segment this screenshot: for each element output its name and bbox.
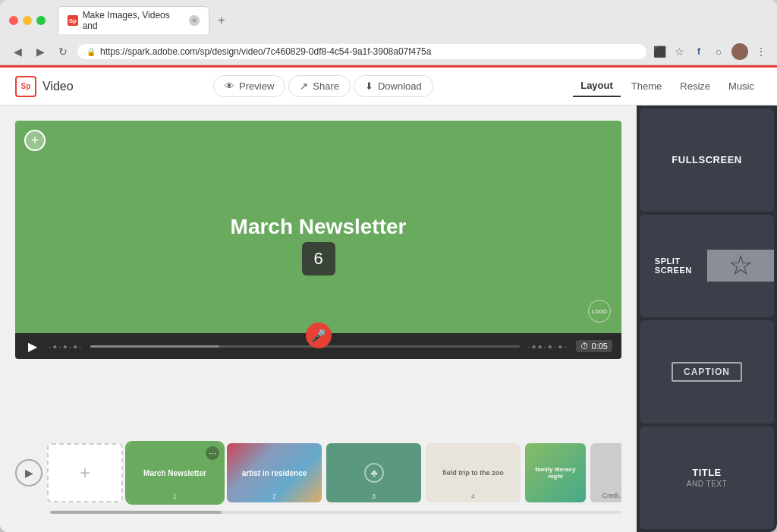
address-bar[interactable]: 🔒 https://spark.adobe.com/sp/design/vide…	[77, 44, 646, 59]
app-name: Video	[42, 80, 74, 93]
browser-chrome: Sp Make Images, Videos and × + ◀ ▶ ↻ 🔒 h…	[0, 0, 777, 65]
maximize-button[interactable]	[36, 16, 46, 25]
browser-addressbar: ◀ ▶ ↻ 🔒 https://spark.adobe.com/sp/desig…	[0, 40, 777, 65]
credit-slide[interactable]: Credi...	[590, 443, 621, 502]
add-slide-button[interactable]: +	[24, 130, 46, 151]
title-label: TITLE	[692, 467, 722, 478]
scrollbar-track[interactable]	[50, 511, 621, 514]
progress-fill	[90, 345, 219, 348]
nav-resize[interactable]: Resize	[672, 76, 718, 96]
header-nav: Layout Theme Resize Music	[573, 75, 762, 97]
bookmark-icon[interactable]: ☆	[672, 45, 686, 58]
download-icon: ⬇	[365, 80, 373, 92]
timeline-section: ▶ + March Newsletter ··· 1 artist in res	[15, 435, 621, 517]
profile-icon[interactable]: ○	[712, 45, 725, 58]
logo-watermark: LOGO	[588, 300, 611, 323]
app-body: + March Newsletter 6 LOGO ▶ -●-●-●- -●●-…	[0, 105, 777, 532]
time-value: 0:05	[592, 342, 608, 351]
logo-sp-icon: Sp	[15, 76, 36, 97]
editor-area: + March Newsletter 6 LOGO ▶ -●-●-●- -●●-…	[0, 105, 637, 532]
slide-label-1: March Newsletter	[140, 469, 209, 477]
slide-label-5: family literacy night	[525, 466, 586, 480]
url-text: https://spark.adobe.com/sp/design/video/…	[100, 46, 431, 57]
layout-split-screen[interactable]: SPLITSCREEN ☆	[640, 215, 774, 318]
layout-title-text[interactable]: TITLE AND TEXT	[640, 427, 774, 530]
slide-label-2: artist in residence	[239, 469, 310, 477]
progress-bar[interactable]	[90, 345, 520, 348]
layout-panel: FULLSCREEN SPLITSCREEN ☆ CAPTION	[637, 105, 777, 532]
header-center: 👁 Preview ↗ Share ⬇ Download	[74, 75, 574, 97]
user-avatar[interactable]	[731, 43, 748, 60]
video-play-button[interactable]: ▶	[24, 338, 41, 354]
caption-label: CAPTION	[684, 367, 730, 377]
progress-dots-right: -●●-●-●-	[527, 342, 568, 351]
share-label: Share	[313, 80, 339, 92]
menu-icon[interactable]: ⋮	[754, 45, 768, 58]
refresh-button[interactable]: ↻	[55, 43, 71, 60]
slide-thumb-3[interactable]: ♣ 3	[326, 443, 421, 502]
add-slide-thumbnail[interactable]: +	[47, 443, 123, 502]
download-label: Download	[378, 80, 422, 92]
layout-fullscreen[interactable]: FULLSCREEN	[640, 109, 774, 212]
split-left: SPLITSCREEN	[640, 250, 707, 281]
browser-titlebar: Sp Make Images, Videos and × +	[0, 0, 777, 40]
download-button[interactable]: ⬇ Download	[354, 75, 433, 97]
mic-button[interactable]: 🎤	[306, 323, 332, 348]
slide-number-1: 1	[127, 493, 222, 500]
slide-thumb-4[interactable]: field trip to the zoo 4	[426, 443, 521, 502]
nav-theme[interactable]: Theme	[624, 76, 669, 96]
tab-close-button[interactable]: ×	[189, 15, 200, 26]
traffic-lights	[9, 16, 46, 25]
video-preview: March Newsletter 6 LOGO	[15, 121, 621, 333]
preview-button[interactable]: 👁 Preview	[213, 75, 285, 97]
browser-actions: ⬛ ☆ f ○ ⋮	[653, 43, 768, 60]
new-tab-button[interactable]: +	[212, 11, 231, 30]
tab-bar: Sp Make Images, Videos and × +	[58, 6, 768, 34]
slide-thumb-2[interactable]: artist in residence 2	[227, 443, 322, 502]
timer-icon: ⏱	[580, 342, 589, 351]
nav-layout[interactable]: Layout	[573, 75, 621, 97]
browser-window: Sp Make Images, Videos and × + ◀ ▶ ↻ 🔒 h…	[0, 0, 777, 532]
nav-music[interactable]: Music	[721, 76, 762, 96]
fullscreen-label: FULLSCREEN	[672, 154, 741, 165]
star-icon: ☆	[728, 250, 753, 282]
video-title: March Newsletter	[231, 215, 407, 239]
slide-number-4: 4	[426, 493, 521, 500]
close-button[interactable]	[9, 16, 18, 25]
slide-label-4: field trip to the zoo	[439, 469, 507, 477]
back-button[interactable]: ◀	[9, 43, 26, 60]
svg-text:♣: ♣	[370, 467, 377, 479]
split-right: ☆	[707, 250, 775, 282]
app-logo: Sp Video	[15, 76, 74, 97]
forward-button[interactable]: ▶	[32, 43, 49, 60]
fb-icon[interactable]: f	[692, 45, 706, 58]
timeline-play-button[interactable]: ▶	[15, 459, 42, 486]
slide-thumb-5[interactable]: family literacy night	[525, 443, 586, 502]
share-icon: ↗	[300, 80, 308, 92]
slide-number-2: 2	[227, 493, 322, 500]
timeline: ▶ + March Newsletter ··· 1 artist in res	[15, 435, 621, 511]
time-display: ⏱ 0:05	[576, 340, 612, 352]
minimize-button[interactable]	[23, 16, 32, 25]
preview-label: Preview	[239, 80, 274, 92]
preview-icon: 👁	[225, 80, 234, 92]
slide-more-1[interactable]: ···	[206, 446, 219, 460]
caption-box: CAPTION	[672, 362, 742, 382]
credit-label: Credi...	[602, 492, 621, 499]
slide-number-3: 3	[326, 493, 421, 500]
layout-caption[interactable]: CAPTION	[640, 320, 774, 423]
share-button[interactable]: ↗ Share	[288, 75, 351, 97]
video-controls: ▶ -●-●-●- -●●-●-●- ⏱ 0:05 🎤	[15, 333, 621, 359]
cast-icon[interactable]: ⬛	[653, 45, 666, 58]
slide-thumb-1[interactable]: March Newsletter ··· 1	[127, 443, 222, 502]
tab-title: Make Images, Videos and	[83, 10, 185, 31]
tab-favicon: Sp	[68, 15, 78, 26]
and-text-label: AND TEXT	[687, 480, 727, 488]
video-preview-container: + March Newsletter 6 LOGO ▶ -●-●-●- -●●-…	[15, 121, 621, 423]
app-header: Sp Video 👁 Preview ↗ Share ⬇ Download La…	[0, 68, 777, 105]
scrollbar-thumb[interactable]	[50, 511, 222, 514]
lock-icon: 🔒	[87, 48, 96, 56]
active-tab[interactable]: Sp Make Images, Videos and ×	[58, 6, 209, 34]
split-screen-label: SPLITSCREEN	[655, 257, 692, 275]
progress-dots-left: -●-●-●-	[49, 342, 83, 351]
